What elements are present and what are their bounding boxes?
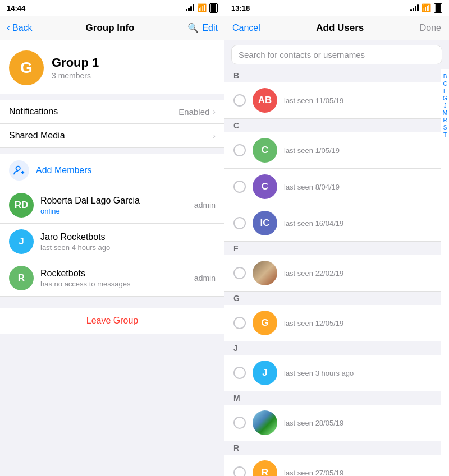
contact-row[interactable]: last seen 28/05/19	[224, 405, 441, 441]
contact-lastseen: last seen 1/05/19	[284, 146, 432, 155]
contact-avatar: AB	[253, 88, 277, 113]
group-info: Group 1 3 members	[52, 56, 99, 80]
index-letter-c[interactable]: C	[443, 81, 447, 87]
contact-avatar: G	[253, 311, 277, 335]
contact-info: last seen 22/02/19	[284, 269, 432, 278]
contact-avatar: C	[253, 138, 277, 163]
leave-group-section[interactable]: Leave Group	[0, 308, 224, 334]
contact-lastseen: last seen 16/04/19	[284, 219, 432, 228]
search-input[interactable]: Search for contacts or usernames	[231, 45, 442, 64]
section-header-c: C	[224, 119, 441, 132]
add-members-row[interactable]: Add Members	[0, 154, 224, 187]
contact-lastseen: last seen 11/05/19	[284, 96, 432, 105]
contact-radio[interactable]	[233, 181, 246, 193]
chevron-icon: ›	[213, 131, 216, 140]
leave-group-label: Leave Group	[86, 316, 139, 325]
member-name: Roberta Dal Lago Garcia	[40, 196, 187, 206]
left-time: 14:44	[7, 4, 25, 12]
contact-row[interactable]: C last seen 1/05/19	[224, 132, 441, 169]
alphabet-index[interactable]: B C F G J M R S T	[441, 69, 449, 476]
index-letter-g[interactable]: G	[443, 95, 447, 101]
right-nav-bar: Cancel Add Users Done	[224, 16, 449, 40]
member-avatar: R	[9, 266, 34, 290]
contact-info: last seen 12/05/19	[284, 319, 432, 327]
member-status: online	[40, 207, 187, 215]
contacts-main: B AB last seen 11/05/19 C C last seen 1/…	[224, 69, 441, 476]
index-letter-f[interactable]: F	[443, 88, 447, 94]
group-header: G Group 1 3 members	[0, 40, 224, 94]
notifications-row[interactable]: Notifications Enabled ›	[0, 100, 224, 124]
contact-row[interactable]: AB last seen 11/05/19	[224, 82, 441, 119]
shared-media-label: Shared Media	[9, 131, 65, 141]
index-letter-t[interactable]: T	[443, 132, 447, 138]
contact-info: last seen 3 hours ago	[284, 369, 432, 377]
member-row[interactable]: J Jaro Rocketbots last seen 4 hours ago	[0, 224, 224, 260]
left-status-icons: 📶 █	[186, 3, 218, 13]
cancel-button[interactable]: Cancel	[232, 23, 260, 33]
section-header-b: B	[224, 69, 441, 82]
contact-row[interactable]: J last seen 3 hours ago	[224, 355, 441, 391]
search-icon: 🔍	[187, 22, 199, 33]
contact-row[interactable]: C last seen 8/04/19	[224, 169, 441, 205]
contact-lastseen: last seen 27/05/19	[284, 469, 432, 477]
done-button[interactable]: Done	[420, 23, 441, 33]
contact-avatar-photo	[253, 410, 277, 435]
left-nav-bar: ‹ Back Group Info 🔍 Edit	[0, 16, 224, 40]
section-header-f: F	[224, 242, 441, 255]
contact-avatar: IC	[253, 211, 277, 235]
contact-info: last seen 27/05/19	[284, 469, 432, 477]
member-row[interactable]: RD Roberta Dal Lago Garcia online admin	[0, 187, 224, 224]
contact-lastseen: last seen 12/05/19	[284, 319, 432, 327]
contact-row[interactable]: G last seen 12/05/19	[224, 305, 441, 341]
back-chevron-icon: ‹	[7, 22, 10, 34]
shared-media-row[interactable]: Shared Media ›	[0, 124, 224, 148]
contact-info: last seen 11/05/19	[284, 96, 432, 105]
member-avatar: J	[9, 229, 34, 254]
member-name: Jaro Rocketbots	[40, 232, 209, 242]
contact-row[interactable]: last seen 22/02/19	[224, 255, 441, 292]
members-list: RD Roberta Dal Lago Garcia online admin …	[0, 187, 224, 297]
notifications-value: Enabled ›	[178, 107, 216, 117]
contact-radio[interactable]	[233, 144, 246, 156]
wifi-icon: 📶	[197, 3, 207, 12]
wifi-icon: 📶	[421, 3, 431, 12]
contact-radio[interactable]	[233, 417, 246, 429]
index-letter-b[interactable]: B	[443, 73, 447, 80]
member-row[interactable]: R Rocketbots has no access to messages a…	[0, 260, 224, 297]
right-nav-title: Add Users	[316, 22, 364, 34]
index-letter-j[interactable]: J	[444, 103, 447, 109]
member-status: last seen 4 hours ago	[40, 243, 209, 252]
divider-2	[0, 148, 224, 154]
svg-point-0	[16, 167, 20, 170]
index-letter-r[interactable]: R	[443, 117, 447, 123]
right-status-icons: 📶 █	[410, 3, 442, 13]
section-header-r: R	[224, 441, 441, 455]
battery-icon: █	[434, 3, 442, 13]
divider-1	[0, 94, 224, 100]
contact-radio[interactable]	[233, 466, 246, 476]
search-bar: Search for contacts or usernames	[224, 40, 449, 69]
chevron-icon: ›	[213, 107, 216, 116]
contact-info: last seen 1/05/19	[284, 146, 432, 155]
divider-3	[0, 297, 224, 302]
index-letter-s[interactable]: S	[443, 124, 447, 131]
contact-radio[interactable]	[233, 94, 246, 107]
edit-button[interactable]: 🔍 Edit	[187, 22, 218, 33]
back-button[interactable]: ‹ Back	[7, 22, 33, 34]
contacts-list: B AB last seen 11/05/19 C C last seen 1/…	[224, 69, 449, 476]
contact-lastseen: last seen 8/04/19	[284, 183, 432, 191]
index-letter-m[interactable]: M	[443, 110, 447, 116]
contact-radio[interactable]	[233, 367, 246, 379]
group-name: Group 1	[52, 56, 99, 70]
member-info: Jaro Rocketbots last seen 4 hours ago	[40, 232, 209, 252]
right-time: 13:18	[231, 4, 250, 12]
contact-radio[interactable]	[233, 267, 246, 279]
right-panel: 13:18 📶 █ Cancel Add Users Done Search f…	[224, 0, 449, 476]
section-header-g: G	[224, 292, 441, 305]
contact-row[interactable]: IC last seen 16/04/19	[224, 205, 441, 242]
contact-row[interactable]: R last seen 27/05/19	[224, 455, 441, 476]
contact-radio[interactable]	[233, 317, 246, 329]
contact-lastseen: last seen 22/02/19	[284, 269, 432, 278]
contact-radio[interactable]	[233, 217, 246, 229]
member-status: has no access to messages	[40, 280, 187, 288]
